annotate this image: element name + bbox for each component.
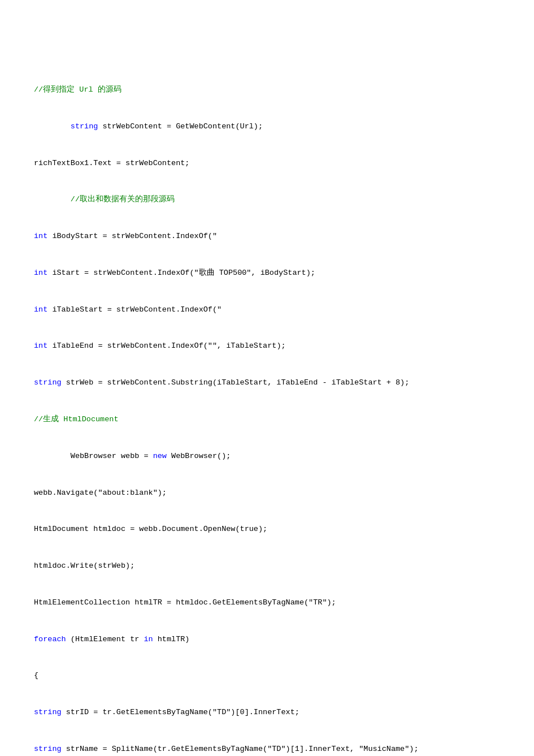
line-ibodystart: int iBodyStart = strWebContent.IndexOf("	[34, 230, 500, 243]
line-strweb: string strWeb = strWebContent.Substring(…	[34, 377, 500, 389]
line-htmltr: HtmlElementCollection htmlTR = htmldoc.G…	[34, 597, 500, 609]
line-itableend: int iTableEnd = strWebContent.IndexOf(""…	[34, 340, 500, 352]
line-comment3: //生成 HtmlDocument	[34, 413, 500, 426]
line-strwebcontent: string strWebContent = GetWebContent(Url…	[34, 120, 500, 133]
line-navigate: webb.Navigate("about:blank");	[34, 487, 500, 499]
code-content: //得到指定 Url 的源码 string strWebContent = Ge…	[34, 47, 500, 756]
line-itablestart: int iTableStart = strWebContent.IndexOf(…	[34, 304, 500, 316]
line-foreach: foreach (HtmlElement tr in htmlTR)	[34, 633, 500, 646]
line-strid: string strID = tr.GetElementsByTagName("…	[34, 706, 500, 719]
line-comment1: //得到指定 Url 的源码	[34, 84, 500, 96]
line-istart: int iStart = strWebContent.IndexOf("歌曲 T…	[34, 267, 500, 279]
line-brace-open: {	[34, 669, 500, 682]
line-write: htmldoc.Write(strWeb);	[34, 560, 500, 572]
line-strname: string strName = SplitName(tr.GetElement…	[34, 743, 500, 755]
code-container: //得到指定 Url 的源码 string strWebContent = Ge…	[34, 23, 500, 756]
line-comment2: //取出和数据有关的那段源码	[34, 193, 500, 206]
line-htmldoc: HtmlDocument htmldoc = webb.Document.Ope…	[34, 523, 500, 535]
line-richtextbox: richTextBox1.Text = strWebContent;	[34, 157, 500, 170]
line-webbrowser: WebBrowser webb = new WebBrowser();	[34, 450, 500, 463]
